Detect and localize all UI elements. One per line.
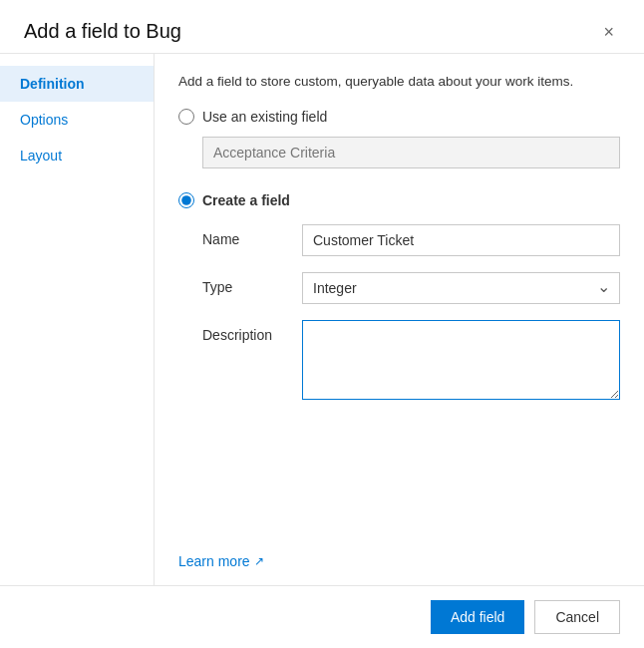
add-field-button[interactable]: Add field [431,600,524,634]
create-field-radio[interactable] [178,192,194,208]
dialog-title: Add a field to Bug [24,20,181,43]
name-control [302,224,620,256]
use-existing-label[interactable]: Use an existing field [202,109,327,125]
name-input[interactable] [302,224,620,256]
name-field-row: Name [202,224,620,256]
external-link-icon: ↗ [254,554,264,568]
description-input[interactable] [302,320,620,400]
add-field-dialog: Add a field to Bug × Definition Options … [0,0,644,648]
use-existing-section: Use an existing field [178,109,620,168]
dialog-header: Add a field to Bug × [0,0,644,54]
type-select[interactable]: Integer String Boolean DateTime Double P… [302,272,620,304]
create-field-label[interactable]: Create a field [202,192,290,208]
name-label: Name [202,224,302,247]
learn-more-link[interactable]: Learn more ↗ [178,537,620,569]
description-text: Add a field to store custom, queryable d… [178,74,620,89]
type-field-row: Type Integer String Boolean DateTime Dou… [202,272,620,304]
learn-more-text: Learn more [178,553,250,569]
sidebar-item-definition[interactable]: Definition [0,66,154,102]
description-field-row: Description [202,320,620,403]
create-field-fields: Name Type Integer String Boolean [202,224,620,403]
description-control [302,320,620,403]
type-label: Type [202,272,302,295]
create-field-section: Create a field Name Type Integer [178,192,620,419]
dialog-footer: Add field Cancel [0,585,644,648]
main-content: Add a field to store custom, queryable d… [155,54,644,585]
sidebar-item-layout-label: Layout [20,148,62,163]
use-existing-radio-row: Use an existing field [178,109,620,125]
create-field-radio-row: Create a field [178,192,620,208]
existing-field-container [202,133,620,168]
cancel-button[interactable]: Cancel [534,600,620,634]
sidebar: Definition Options Layout [0,54,155,585]
close-button[interactable]: × [597,21,620,43]
sidebar-item-options-label: Options [20,112,68,128]
dialog-body: Definition Options Layout Add a field to… [0,54,644,585]
use-existing-radio[interactable] [178,109,194,125]
sidebar-item-options[interactable]: Options [0,102,154,138]
sidebar-item-layout[interactable]: Layout [0,138,154,173]
description-label: Description [202,320,302,343]
existing-field-input[interactable] [202,137,620,168]
sidebar-item-definition-label: Definition [20,76,85,92]
type-control: Integer String Boolean DateTime Double P… [302,272,620,304]
